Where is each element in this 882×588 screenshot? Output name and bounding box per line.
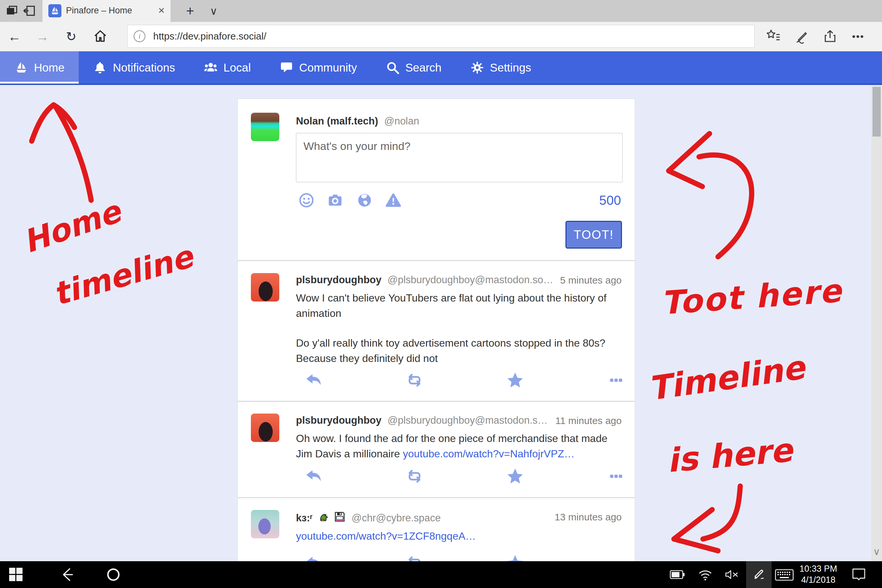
favorite-star-icon[interactable]	[506, 468, 524, 485]
divider	[238, 497, 635, 498]
toot-post[interactable]: plsburydoughboy @plsburydoughboy@mastodo…	[238, 403, 635, 497]
boost-icon[interactable]	[406, 371, 423, 389]
wifi-icon[interactable]	[698, 568, 713, 582]
post-actions	[305, 468, 625, 485]
nav-tab-local[interactable]: Local	[189, 51, 265, 84]
nav-tab-search[interactable]: Search	[371, 51, 456, 84]
browser-tab[interactable]: Pinafore – Home ×	[42, 0, 171, 22]
post-actions	[305, 554, 625, 561]
new-tab-icon[interactable]: +	[180, 0, 200, 22]
tab-title: Pinafore – Home	[66, 6, 132, 16]
reply-icon[interactable]	[305, 371, 322, 389]
nav-tab-community[interactable]: Community	[265, 51, 371, 84]
sailboat-icon	[14, 61, 28, 75]
post-timestamp: 13 minutes ago	[555, 512, 622, 523]
taskbar-back-icon[interactable]	[60, 567, 76, 584]
nav-tab-home[interactable]: Home	[0, 51, 79, 84]
content-warning-icon[interactable]	[386, 192, 401, 208]
more-options-icon[interactable]	[607, 371, 625, 389]
site-info-icon[interactable]: i	[134, 30, 146, 42]
toot-post[interactable]: kз:ʳ @chr@cybre.space 13 minutes ago you…	[238, 499, 635, 561]
forward-icon[interactable]: →	[33, 22, 52, 51]
scrollbar-thumb[interactable]	[873, 87, 881, 136]
tab-close-icon[interactable]: ×	[158, 4, 165, 16]
post-display-name[interactable]: plsburydoughboy	[296, 274, 381, 285]
emoji-picker-icon[interactable]	[298, 192, 314, 208]
upload-media-icon[interactable]	[327, 192, 343, 208]
post-handle[interactable]: @chr@cybre.space	[351, 512, 441, 524]
timeline-column: Nolan (malf.tech) @nolan 500 TOOT!	[237, 99, 635, 561]
browser-tab-bar: Pinafore – Home × + ∨	[0, 0, 882, 22]
browser-scrollbar[interactable]: ∨	[871, 85, 882, 561]
nav-label: Notifications	[113, 61, 175, 74]
post-display-name[interactable]: plsburydoughboy	[296, 414, 381, 426]
boost-icon[interactable]	[406, 468, 423, 485]
nav-tab-settings[interactable]: Settings	[456, 51, 546, 84]
reply-icon[interactable]	[305, 468, 322, 485]
nav-label: Search	[405, 61, 442, 74]
boost-icon[interactable]	[406, 554, 423, 561]
favorite-star-icon[interactable]	[506, 554, 524, 561]
divider	[238, 260, 635, 261]
post-timestamp: 11 minutes ago	[555, 415, 622, 426]
favorites-hub-icon[interactable]	[764, 28, 782, 45]
divider	[238, 401, 635, 402]
char-counter: 500	[599, 193, 621, 208]
toot-button[interactable]: TOOT!	[566, 221, 622, 249]
clock-time: 10:33 PM	[794, 563, 843, 574]
reply-icon[interactable]	[305, 554, 322, 561]
home-icon[interactable]	[92, 28, 109, 45]
windows-taskbar: 10:33 PM 4/1/2018	[0, 561, 882, 588]
compose-handle: @nolan	[384, 116, 419, 127]
settings-more-icon[interactable]: •••	[849, 28, 867, 45]
touch-keyboard-icon[interactable]	[775, 569, 794, 582]
more-options-icon[interactable]	[607, 468, 625, 485]
post-paragraph: Do y'all really think toy advertisement …	[296, 336, 622, 366]
back-icon[interactable]: ←	[4, 22, 24, 51]
compose-input[interactable]	[296, 133, 622, 182]
action-center-icon[interactable]	[851, 568, 866, 582]
volume-muted-icon[interactable]	[724, 569, 740, 582]
post-actions	[305, 371, 625, 389]
post-avatar[interactable]	[251, 414, 279, 442]
favorite-star-icon[interactable]	[506, 371, 524, 389]
url-input[interactable]	[153, 30, 754, 42]
web-note-pen-icon[interactable]	[793, 28, 811, 45]
clock-date: 4/1/2018	[794, 574, 843, 585]
youtube-link[interactable]: youtube.com/watch?v=NahfojrVPZ…	[403, 448, 574, 460]
scrollbar-down-chevron-icon[interactable]: ∨	[871, 547, 882, 556]
compose-display-name: Nolan (malf.tech)	[296, 116, 378, 127]
address-bar[interactable]: i	[128, 25, 754, 48]
post-avatar[interactable]	[251, 510, 279, 538]
compose-avatar[interactable]	[251, 113, 279, 141]
search-icon	[386, 61, 399, 75]
taskbar-clock[interactable]: 10:33 PM 4/1/2018	[794, 563, 843, 585]
nav-tab-notifications[interactable]: Notifications	[79, 51, 189, 84]
post-timestamp: 5 minutes ago	[560, 275, 622, 286]
tabs-set-aside-icon[interactable]	[4, 4, 19, 18]
cortana-search-icon[interactable]	[105, 567, 122, 584]
start-button-icon[interactable]	[9, 568, 23, 582]
gear-icon	[470, 61, 484, 75]
pinafore-favicon	[48, 4, 62, 17]
post-handle[interactable]: @plsburydoughboy@mastodon.so…	[387, 274, 554, 285]
people-icon	[204, 61, 218, 75]
toot-post[interactable]: plsburydoughboy @plsburydoughboy@mastodo…	[238, 262, 635, 401]
set-tabs-aside-icon[interactable]	[22, 4, 37, 18]
post-privacy-globe-icon[interactable]	[357, 192, 372, 208]
post-paragraph: Wow I can't believe YouTubers are flat o…	[296, 290, 622, 321]
nav-label: Settings	[490, 61, 531, 74]
windows-ink-pen-icon[interactable]	[746, 561, 772, 588]
post-avatar[interactable]	[251, 273, 279, 302]
youtube-link[interactable]: youtube.com/watch?v=1ZCF8ngqeA…	[296, 530, 476, 542]
refresh-icon[interactable]: ↻	[62, 22, 81, 51]
nav-label: Local	[224, 61, 251, 74]
dragon-emoji	[318, 511, 330, 524]
more-options-icon[interactable]	[607, 554, 625, 561]
nav-label: Community	[299, 61, 357, 74]
share-icon[interactable]	[821, 28, 839, 45]
post-handle[interactable]: @plsburydoughboy@mastodon.s…	[387, 414, 548, 426]
tab-preview-chevron-icon[interactable]: ∨	[204, 0, 224, 22]
battery-icon[interactable]	[670, 570, 686, 581]
post-display-name[interactable]: kз:ʳ	[296, 512, 313, 524]
